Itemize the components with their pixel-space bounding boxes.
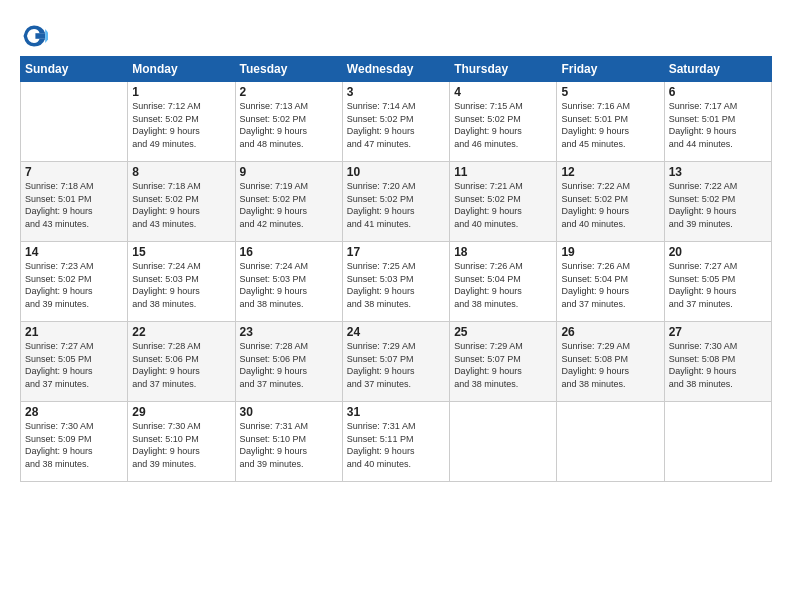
day-info: Sunrise: 7:30 AM Sunset: 5:09 PM Dayligh… bbox=[25, 420, 123, 470]
calendar-cell: 28Sunrise: 7:30 AM Sunset: 5:09 PM Dayli… bbox=[21, 402, 128, 482]
calendar-cell: 19Sunrise: 7:26 AM Sunset: 5:04 PM Dayli… bbox=[557, 242, 664, 322]
calendar-cell: 30Sunrise: 7:31 AM Sunset: 5:10 PM Dayli… bbox=[235, 402, 342, 482]
calendar-cell: 22Sunrise: 7:28 AM Sunset: 5:06 PM Dayli… bbox=[128, 322, 235, 402]
day-info: Sunrise: 7:28 AM Sunset: 5:06 PM Dayligh… bbox=[240, 340, 338, 390]
day-number: 9 bbox=[240, 165, 338, 179]
day-info: Sunrise: 7:29 AM Sunset: 5:07 PM Dayligh… bbox=[454, 340, 552, 390]
day-number: 23 bbox=[240, 325, 338, 339]
day-info: Sunrise: 7:31 AM Sunset: 5:11 PM Dayligh… bbox=[347, 420, 445, 470]
day-info: Sunrise: 7:26 AM Sunset: 5:04 PM Dayligh… bbox=[561, 260, 659, 310]
calendar-cell bbox=[21, 82, 128, 162]
calendar-week-2: 7Sunrise: 7:18 AM Sunset: 5:01 PM Daylig… bbox=[21, 162, 772, 242]
day-number: 8 bbox=[132, 165, 230, 179]
calendar-cell: 11Sunrise: 7:21 AM Sunset: 5:02 PM Dayli… bbox=[450, 162, 557, 242]
day-info: Sunrise: 7:29 AM Sunset: 5:08 PM Dayligh… bbox=[561, 340, 659, 390]
day-number: 27 bbox=[669, 325, 767, 339]
header-day-wednesday: Wednesday bbox=[342, 57, 449, 82]
calendar-table: SundayMondayTuesdayWednesdayThursdayFrid… bbox=[20, 56, 772, 482]
day-number: 2 bbox=[240, 85, 338, 99]
day-info: Sunrise: 7:24 AM Sunset: 5:03 PM Dayligh… bbox=[240, 260, 338, 310]
day-info: Sunrise: 7:25 AM Sunset: 5:03 PM Dayligh… bbox=[347, 260, 445, 310]
header-day-thursday: Thursday bbox=[450, 57, 557, 82]
header-day-monday: Monday bbox=[128, 57, 235, 82]
calendar-cell: 10Sunrise: 7:20 AM Sunset: 5:02 PM Dayli… bbox=[342, 162, 449, 242]
day-info: Sunrise: 7:17 AM Sunset: 5:01 PM Dayligh… bbox=[669, 100, 767, 150]
day-number: 3 bbox=[347, 85, 445, 99]
day-number: 29 bbox=[132, 405, 230, 419]
header-day-saturday: Saturday bbox=[664, 57, 771, 82]
day-info: Sunrise: 7:27 AM Sunset: 5:05 PM Dayligh… bbox=[669, 260, 767, 310]
day-number: 21 bbox=[25, 325, 123, 339]
day-number: 10 bbox=[347, 165, 445, 179]
day-number: 30 bbox=[240, 405, 338, 419]
header-day-tuesday: Tuesday bbox=[235, 57, 342, 82]
page-header bbox=[20, 18, 772, 50]
day-number: 28 bbox=[25, 405, 123, 419]
calendar-cell: 23Sunrise: 7:28 AM Sunset: 5:06 PM Dayli… bbox=[235, 322, 342, 402]
calendar-cell: 3Sunrise: 7:14 AM Sunset: 5:02 PM Daylig… bbox=[342, 82, 449, 162]
day-number: 4 bbox=[454, 85, 552, 99]
day-number: 12 bbox=[561, 165, 659, 179]
day-info: Sunrise: 7:31 AM Sunset: 5:10 PM Dayligh… bbox=[240, 420, 338, 470]
svg-marker-0 bbox=[45, 29, 48, 43]
day-info: Sunrise: 7:13 AM Sunset: 5:02 PM Dayligh… bbox=[240, 100, 338, 150]
day-info: Sunrise: 7:12 AM Sunset: 5:02 PM Dayligh… bbox=[132, 100, 230, 150]
day-number: 16 bbox=[240, 245, 338, 259]
calendar-cell: 13Sunrise: 7:22 AM Sunset: 5:02 PM Dayli… bbox=[664, 162, 771, 242]
calendar-cell: 14Sunrise: 7:23 AM Sunset: 5:02 PM Dayli… bbox=[21, 242, 128, 322]
calendar-cell: 4Sunrise: 7:15 AM Sunset: 5:02 PM Daylig… bbox=[450, 82, 557, 162]
day-number: 17 bbox=[347, 245, 445, 259]
day-number: 7 bbox=[25, 165, 123, 179]
day-info: Sunrise: 7:28 AM Sunset: 5:06 PM Dayligh… bbox=[132, 340, 230, 390]
day-info: Sunrise: 7:24 AM Sunset: 5:03 PM Dayligh… bbox=[132, 260, 230, 310]
day-info: Sunrise: 7:21 AM Sunset: 5:02 PM Dayligh… bbox=[454, 180, 552, 230]
logo bbox=[20, 22, 52, 50]
day-info: Sunrise: 7:22 AM Sunset: 5:02 PM Dayligh… bbox=[669, 180, 767, 230]
calendar-cell: 29Sunrise: 7:30 AM Sunset: 5:10 PM Dayli… bbox=[128, 402, 235, 482]
day-number: 20 bbox=[669, 245, 767, 259]
calendar-week-1: 1Sunrise: 7:12 AM Sunset: 5:02 PM Daylig… bbox=[21, 82, 772, 162]
day-number: 25 bbox=[454, 325, 552, 339]
calendar-cell: 18Sunrise: 7:26 AM Sunset: 5:04 PM Dayli… bbox=[450, 242, 557, 322]
calendar-cell: 5Sunrise: 7:16 AM Sunset: 5:01 PM Daylig… bbox=[557, 82, 664, 162]
calendar-header-row: SundayMondayTuesdayWednesdayThursdayFrid… bbox=[21, 57, 772, 82]
day-info: Sunrise: 7:18 AM Sunset: 5:01 PM Dayligh… bbox=[25, 180, 123, 230]
calendar-cell: 9Sunrise: 7:19 AM Sunset: 5:02 PM Daylig… bbox=[235, 162, 342, 242]
day-number: 14 bbox=[25, 245, 123, 259]
day-number: 22 bbox=[132, 325, 230, 339]
calendar-week-4: 21Sunrise: 7:27 AM Sunset: 5:05 PM Dayli… bbox=[21, 322, 772, 402]
calendar-cell: 2Sunrise: 7:13 AM Sunset: 5:02 PM Daylig… bbox=[235, 82, 342, 162]
calendar-cell: 8Sunrise: 7:18 AM Sunset: 5:02 PM Daylig… bbox=[128, 162, 235, 242]
day-info: Sunrise: 7:19 AM Sunset: 5:02 PM Dayligh… bbox=[240, 180, 338, 230]
day-number: 1 bbox=[132, 85, 230, 99]
day-number: 26 bbox=[561, 325, 659, 339]
calendar-cell bbox=[557, 402, 664, 482]
calendar-cell bbox=[450, 402, 557, 482]
day-info: Sunrise: 7:30 AM Sunset: 5:08 PM Dayligh… bbox=[669, 340, 767, 390]
day-info: Sunrise: 7:26 AM Sunset: 5:04 PM Dayligh… bbox=[454, 260, 552, 310]
day-number: 15 bbox=[132, 245, 230, 259]
calendar-week-5: 28Sunrise: 7:30 AM Sunset: 5:09 PM Dayli… bbox=[21, 402, 772, 482]
calendar-cell: 26Sunrise: 7:29 AM Sunset: 5:08 PM Dayli… bbox=[557, 322, 664, 402]
calendar-cell: 21Sunrise: 7:27 AM Sunset: 5:05 PM Dayli… bbox=[21, 322, 128, 402]
day-info: Sunrise: 7:23 AM Sunset: 5:02 PM Dayligh… bbox=[25, 260, 123, 310]
day-number: 19 bbox=[561, 245, 659, 259]
calendar-cell: 1Sunrise: 7:12 AM Sunset: 5:02 PM Daylig… bbox=[128, 82, 235, 162]
calendar-cell: 7Sunrise: 7:18 AM Sunset: 5:01 PM Daylig… bbox=[21, 162, 128, 242]
calendar-cell: 25Sunrise: 7:29 AM Sunset: 5:07 PM Dayli… bbox=[450, 322, 557, 402]
calendar-week-3: 14Sunrise: 7:23 AM Sunset: 5:02 PM Dayli… bbox=[21, 242, 772, 322]
day-number: 18 bbox=[454, 245, 552, 259]
day-info: Sunrise: 7:15 AM Sunset: 5:02 PM Dayligh… bbox=[454, 100, 552, 150]
calendar-cell: 24Sunrise: 7:29 AM Sunset: 5:07 PM Dayli… bbox=[342, 322, 449, 402]
logo-icon bbox=[20, 22, 48, 50]
header-day-sunday: Sunday bbox=[21, 57, 128, 82]
day-info: Sunrise: 7:27 AM Sunset: 5:05 PM Dayligh… bbox=[25, 340, 123, 390]
calendar-cell: 31Sunrise: 7:31 AM Sunset: 5:11 PM Dayli… bbox=[342, 402, 449, 482]
calendar-cell: 16Sunrise: 7:24 AM Sunset: 5:03 PM Dayli… bbox=[235, 242, 342, 322]
day-info: Sunrise: 7:18 AM Sunset: 5:02 PM Dayligh… bbox=[132, 180, 230, 230]
day-info: Sunrise: 7:29 AM Sunset: 5:07 PM Dayligh… bbox=[347, 340, 445, 390]
day-number: 31 bbox=[347, 405, 445, 419]
day-number: 6 bbox=[669, 85, 767, 99]
day-info: Sunrise: 7:30 AM Sunset: 5:10 PM Dayligh… bbox=[132, 420, 230, 470]
day-number: 13 bbox=[669, 165, 767, 179]
